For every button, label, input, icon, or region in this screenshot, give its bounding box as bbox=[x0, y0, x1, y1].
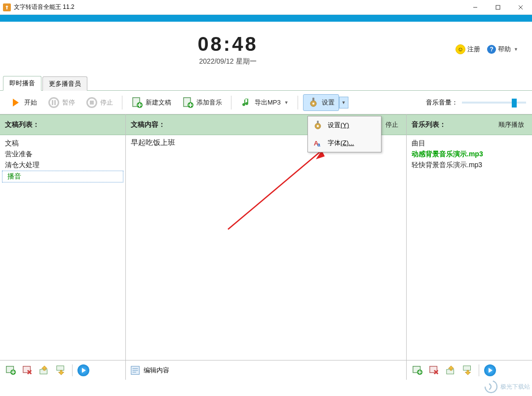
smile-icon: ☺ bbox=[456, 44, 465, 54]
gear-icon bbox=[307, 97, 319, 108]
help-button[interactable]: ? 帮助 ▼ bbox=[487, 45, 518, 54]
docs-col-title: 文稿 bbox=[0, 138, 125, 149]
svg-rect-30 bbox=[317, 121, 318, 123]
app-icon bbox=[3, 3, 11, 11]
play-music-button[interactable] bbox=[483, 364, 497, 377]
docs-list: 文稿 营业准备 清仓大处理 播音 bbox=[0, 135, 125, 360]
menu-item-label: 设置(Y) bbox=[328, 121, 349, 130]
new-doc-button[interactable]: 新建文稿 bbox=[127, 95, 175, 110]
bottom-toolbar-row: 编辑内容 bbox=[0, 360, 532, 383]
settings-dropdown-menu: 设置(Y) Aa 字体(Z)... bbox=[307, 116, 381, 152]
watermark: 极光下载站 bbox=[484, 379, 530, 394]
add-music-button-bottom[interactable] bbox=[411, 364, 424, 377]
separator bbox=[122, 96, 122, 109]
new-doc-icon bbox=[131, 97, 143, 108]
music-col-title: 曲目 bbox=[407, 138, 532, 149]
docs-header: 文稿列表： bbox=[0, 114, 125, 135]
menu-item-font[interactable]: Aa 字体(Z)... bbox=[308, 134, 381, 152]
list-item[interactable]: 动感背景音乐演示.mp3 bbox=[407, 149, 532, 160]
music-note-icon bbox=[240, 97, 252, 108]
svg-rect-13 bbox=[312, 98, 314, 101]
remove-doc-button[interactable] bbox=[21, 364, 35, 377]
music-down-button[interactable] bbox=[461, 364, 475, 377]
svg-rect-27 bbox=[463, 365, 471, 370]
edit-content-button[interactable]: 编辑内容 bbox=[130, 365, 169, 376]
list-item-selected[interactable]: 播音 bbox=[2, 171, 123, 182]
list-item[interactable]: 营业准备 bbox=[0, 149, 125, 160]
gear-icon bbox=[313, 120, 323, 130]
svg-rect-18 bbox=[57, 365, 64, 370]
volume-slider[interactable] bbox=[462, 102, 526, 104]
stop-button[interactable]: 停止 bbox=[82, 95, 117, 110]
play-circle-icon bbox=[484, 364, 496, 376]
music-list: 曲目 动感背景音乐演示.mp3 轻快背景音乐演示.mp3 bbox=[407, 135, 532, 360]
settings-button[interactable]: 设置 bbox=[303, 94, 339, 111]
move-up-button[interactable] bbox=[38, 364, 51, 377]
svg-rect-4 bbox=[52, 100, 53, 105]
move-down-button[interactable] bbox=[54, 364, 68, 377]
music-header: 音乐列表： 顺序播放 bbox=[407, 114, 532, 135]
font-icon: Aa bbox=[313, 138, 323, 148]
menu-item-label: 字体(Z)... bbox=[328, 139, 354, 147]
volume-label: 音乐音量： bbox=[426, 98, 458, 107]
play-circle-icon bbox=[77, 364, 89, 376]
content-stop-button[interactable]: 停止 bbox=[382, 119, 401, 130]
accent-bar bbox=[0, 15, 532, 22]
add-music-icon bbox=[182, 97, 194, 108]
header: 08:48 2022/09/12 星期一 ☺ 注册 ? 帮助 ▼ bbox=[0, 22, 532, 77]
tab-instant-broadcast[interactable]: 即时播音 bbox=[3, 76, 41, 91]
edit-icon bbox=[130, 365, 141, 376]
add-music-button[interactable]: 添加音乐 bbox=[178, 95, 226, 110]
clock-date: 2022/09/12 星期一 bbox=[0, 57, 456, 66]
pause-icon bbox=[48, 97, 60, 108]
register-button[interactable]: ☺ 注册 bbox=[456, 44, 480, 54]
add-doc-button[interactable] bbox=[4, 364, 18, 377]
window-titlebar: 文字转语音全能王 11.2 bbox=[0, 0, 532, 15]
separator bbox=[298, 96, 298, 109]
watermark-icon bbox=[484, 379, 498, 394]
toolbar: 开始 暂停 停止 新建文稿 添加音乐 导出MP3 ▼ 设置 ▼ 音乐音量： bbox=[0, 91, 532, 114]
close-button[interactable] bbox=[509, 0, 532, 15]
svg-rect-6 bbox=[90, 101, 94, 105]
chevron-down-icon: ▼ bbox=[514, 47, 518, 52]
volume-control: 音乐音量： bbox=[426, 98, 526, 107]
start-button[interactable]: 开始 bbox=[6, 95, 41, 110]
svg-text:a: a bbox=[317, 142, 320, 147]
minimize-button[interactable] bbox=[464, 0, 487, 15]
music-up-button[interactable] bbox=[444, 364, 458, 377]
settings-dropdown-arrow[interactable]: ▼ bbox=[339, 97, 348, 108]
content-text[interactable]: 早起吃饭上班 bbox=[126, 135, 406, 360]
list-item[interactable]: 清仓大处理 bbox=[0, 160, 125, 171]
main-columns: 文稿列表： 文稿 营业准备 清仓大处理 播音 文稿内容： 停止 早起吃饭上班 音… bbox=[0, 114, 532, 360]
tab-more-announcers[interactable]: 更多播音员 bbox=[42, 76, 87, 91]
export-mp3-button[interactable]: 导出MP3 ▼ bbox=[236, 95, 293, 110]
svg-point-12 bbox=[312, 103, 314, 105]
play-icon bbox=[10, 97, 22, 108]
main-tabs: 即时播音 更多播音员 bbox=[0, 77, 532, 91]
clock-time: 08:48 bbox=[0, 33, 456, 55]
svg-point-29 bbox=[317, 125, 319, 127]
maximize-button[interactable] bbox=[487, 0, 509, 15]
svg-rect-1 bbox=[496, 5, 500, 9]
pause-button[interactable]: 暂停 bbox=[44, 95, 79, 110]
play-doc-button[interactable] bbox=[76, 364, 90, 377]
window-title: 文字转语音全能王 11.2 bbox=[14, 3, 75, 11]
music-play-mode[interactable]: 顺序播放 bbox=[495, 119, 527, 130]
remove-music-button[interactable] bbox=[427, 364, 441, 377]
svg-rect-5 bbox=[54, 100, 56, 105]
chevron-down-icon: ▼ bbox=[284, 100, 289, 105]
help-label: 帮助 bbox=[498, 45, 511, 54]
menu-item-settings[interactable]: 设置(Y) bbox=[308, 116, 381, 134]
volume-thumb[interactable] bbox=[512, 99, 517, 108]
docs-column: 文稿列表： 文稿 营业准备 清仓大处理 播音 bbox=[0, 114, 126, 360]
music-column: 音乐列表： 顺序播放 曲目 动感背景音乐演示.mp3 轻快背景音乐演示.mp3 bbox=[407, 114, 532, 360]
register-label: 注册 bbox=[467, 45, 480, 54]
separator bbox=[231, 96, 231, 109]
stop-icon bbox=[86, 97, 98, 108]
help-icon: ? bbox=[487, 45, 496, 54]
list-item[interactable]: 轻快背景音乐演示.mp3 bbox=[407, 160, 532, 171]
